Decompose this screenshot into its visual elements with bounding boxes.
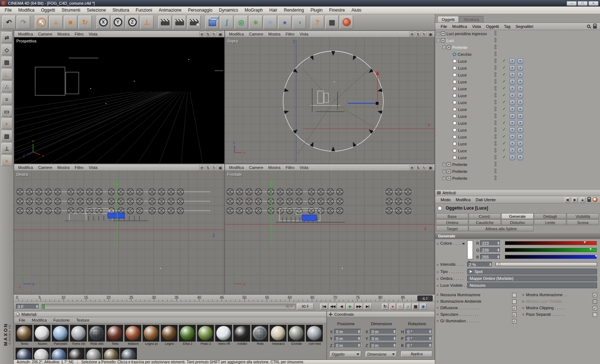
prev-key-button[interactable]: ◀◀: [329, 303, 337, 310]
dolly-view-icon[interactable]: ⇅: [416, 165, 421, 170]
redo-icon[interactable]: ↷: [17, 16, 30, 29]
tab-disturbo[interactable]: Disturbo: [501, 219, 534, 225]
materials-menu-file[interactable]: File: [16, 317, 29, 323]
tree-item-luce[interactable]: Luce✓✕✕: [435, 85, 600, 92]
deformer-object-icon[interactable]: ●: [278, 16, 291, 29]
stepper-up-icon[interactable]: [429, 337, 431, 338]
material-thumbnail[interactable]: [179, 325, 196, 342]
material-thumbnail[interactable]: [103, 348, 119, 360]
tree-item-luce[interactable]: Luce✓✕✕: [435, 65, 600, 71]
object-axis-mode-icon[interactable]: +: [1, 118, 12, 129]
editor-visibility-dot[interactable]: [494, 120, 497, 123]
lock-icon[interactable]: [587, 199, 591, 202]
editor-visibility-dot[interactable]: [494, 86, 497, 88]
edge-mode-icon[interactable]: ≡: [1, 94, 12, 104]
history-forward-icon[interactable]: ▶: [572, 197, 578, 202]
expression-tag-icon[interactable]: ✕: [518, 86, 523, 91]
range-end-handle[interactable]: 90 F: [297, 303, 314, 310]
red-slider[interactable]: [505, 241, 597, 245]
expression-tag-icon[interactable]: ✕: [518, 93, 523, 98]
viewport-menu-camere[interactable]: Camere: [246, 32, 266, 37]
stepper-down-icon[interactable]: [36, 307, 38, 308]
material-thumbnail[interactable]: [88, 325, 105, 342]
rotate-view-icon[interactable]: ↻: [422, 165, 427, 170]
stepper-down-icon[interactable]: [429, 339, 431, 340]
editor-visibility-dot[interactable]: [494, 162, 497, 164]
sound-toggle-icon[interactable]: ♪: [405, 303, 411, 310]
material-thumbnail[interactable]: [252, 325, 268, 342]
material-thumbnail[interactable]: [197, 325, 214, 342]
render-visibility-dot[interactable]: [494, 102, 497, 104]
expression-tag-icon[interactable]: ✕: [518, 113, 523, 119]
tree-item-cerchio[interactable]: Cerchio: [435, 51, 600, 58]
enabled-check-icon[interactable]: ✓: [502, 141, 506, 146]
viewport-menu-filtro[interactable]: Filtro: [72, 165, 86, 170]
stepper-up-icon[interactable]: [489, 263, 491, 264]
value-stepper[interactable]: [36, 305, 38, 308]
position-value-field[interactable]: 0 m: [334, 329, 361, 334]
enabled-check-icon[interactable]: ✓: [502, 113, 506, 118]
online-updater-icon[interactable]: [340, 16, 353, 29]
stepper-down-icon[interactable]: [393, 346, 396, 347]
material-thumbnail[interactable]: [16, 325, 32, 342]
tree-item-luce[interactable]: Luce✓✕✕: [435, 92, 600, 99]
viewport-menu-modifica[interactable]: Modifica: [16, 32, 36, 37]
menu-item-animazione[interactable]: Animazione: [155, 7, 185, 13]
goto-start-button[interactable]: |◀: [320, 303, 328, 310]
light-type-dropdown[interactable]: Spot: [467, 269, 597, 274]
render-visibility-dot[interactable]: [494, 109, 497, 111]
value-stepper[interactable]: [358, 330, 360, 333]
object-manager-menu-file[interactable]: File: [438, 24, 450, 29]
tree-item-preferite[interactable]: +Preferite: [435, 168, 600, 175]
stepper-up-icon[interactable]: [358, 330, 360, 331]
green-value-field[interactable]: 239: [480, 247, 501, 253]
illuminazione-ambiente-checkbox[interactable]: [512, 299, 517, 304]
stepper-up-icon[interactable]: [429, 344, 431, 345]
enabled-check-icon[interactable]: ✓: [502, 127, 506, 132]
render-visibility-dot[interactable]: [494, 116, 497, 118]
parent-object-icon[interactable]: ▲: [580, 197, 585, 202]
apply-button[interactable]: Applica: [401, 351, 432, 357]
prev-frame-button[interactable]: ◀: [338, 303, 346, 310]
particle-system-icon[interactable]: ∗: [264, 16, 277, 29]
target-tag-icon[interactable]: ✕: [510, 127, 515, 133]
rotation-value-field[interactable]: 0 °: [405, 343, 432, 348]
content-browser-icon[interactable]: ▦: [325, 16, 339, 29]
top-view-canvas[interactable]: Sopra ZXZX: [225, 37, 434, 164]
value-stepper[interactable]: [489, 263, 491, 266]
visible-light-dropdown[interactable]: Nessuno: [467, 282, 597, 288]
menu-item-finestre[interactable]: Finestre: [326, 7, 348, 13]
editor-visibility-dot[interactable]: [494, 51, 497, 54]
menu-item-personaggio[interactable]: Personaggio: [185, 7, 216, 13]
tab-ombra[interactable]: Ombra: [436, 219, 468, 225]
expression-tag-icon[interactable]: ✕: [518, 100, 523, 105]
material-thumbnail[interactable]: [70, 325, 87, 342]
visibility-dots[interactable]: [494, 31, 497, 36]
stepper-down-icon[interactable]: [358, 346, 360, 347]
visibility-dots[interactable]: [494, 51, 497, 56]
value-stepper[interactable]: [497, 248, 499, 252]
size-mode-dropdown[interactable]: Dimensione: [366, 351, 397, 357]
texture-mode-icon[interactable]: ▨: [1, 57, 12, 67]
render-view-icon[interactable]: [158, 16, 172, 29]
viewport-menu-filtro[interactable]: Filtro: [72, 32, 86, 37]
mograph-object-icon[interactable]: ∗: [249, 16, 262, 29]
object-manager-menu-modifica[interactable]: Modifica: [450, 24, 470, 29]
front-view-drawing[interactable]: XYX: [225, 171, 434, 294]
viewport-menu-modifica[interactable]: Modifica: [226, 165, 246, 170]
stepper-down-icon[interactable]: [429, 346, 431, 347]
front-view-canvas[interactable]: Frontale XYX: [225, 171, 434, 294]
gi-illumination-checkbox[interactable]: ✓: [512, 319, 517, 323]
value-stepper[interactable]: [429, 330, 431, 333]
materials-menu-texture[interactable]: Texture: [73, 317, 93, 323]
target-tag-icon[interactable]: ✕: [510, 113, 515, 119]
editor-visibility-dot[interactable]: [494, 58, 497, 61]
expression-tag-icon[interactable]: ✕: [518, 65, 523, 71]
material-tetto[interactable]: Tetto: [106, 325, 124, 346]
enabled-check-icon[interactable]: ✓: [502, 79, 506, 84]
value-stepper[interactable]: [393, 344, 396, 347]
viewport-menu-mostra[interactable]: Mostra: [55, 32, 72, 37]
stepper-down-icon[interactable]: [497, 250, 499, 252]
tab-scena[interactable]: Scena: [567, 219, 599, 225]
object-manager-menu-tag[interactable]: Tag: [501, 24, 513, 29]
